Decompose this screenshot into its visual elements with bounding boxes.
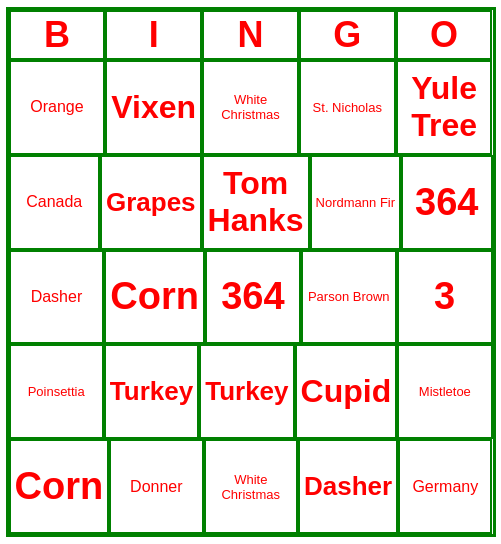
cell-1-1: Grapes — [100, 155, 202, 250]
bingo-grid: OrangeVixenWhite ChristmasSt. NicholasYu… — [9, 60, 493, 534]
cell-2-2: 364 — [205, 250, 301, 345]
header-B: B — [9, 10, 106, 60]
cell-3-4: Mistletoe — [397, 344, 492, 439]
cell-2-1: Corn — [104, 250, 205, 345]
header-N: N — [202, 10, 299, 60]
grid-row-3: PoinsettiaTurkeyTurkeyCupidMistletoe — [9, 344, 493, 439]
bingo-card: BINGO OrangeVixenWhite ChristmasSt. Nich… — [6, 7, 496, 537]
cell-4-1: Donner — [109, 439, 203, 534]
cell-2-0: Dasher — [9, 250, 105, 345]
cell-1-0: Canada — [9, 155, 100, 250]
cell-3-0: Poinsettia — [9, 344, 104, 439]
cell-2-3: Parson Brown — [301, 250, 397, 345]
cell-1-3: Nordmann Fir — [310, 155, 401, 250]
header-row: BINGO — [9, 10, 493, 60]
grid-row-0: OrangeVixenWhite ChristmasSt. NicholasYu… — [9, 60, 493, 155]
cell-2-4: 3 — [397, 250, 493, 345]
cell-0-2: White Christmas — [202, 60, 299, 155]
header-G: G — [299, 10, 396, 60]
cell-1-2: Tom Hanks — [202, 155, 310, 250]
cell-3-2: Turkey — [199, 344, 294, 439]
cell-0-3: St. Nicholas — [299, 60, 396, 155]
header-O: O — [396, 10, 493, 60]
cell-4-2: White Christmas — [204, 439, 298, 534]
cell-4-0: Corn — [9, 439, 110, 534]
cell-1-4: 364 — [401, 155, 492, 250]
header-I: I — [105, 10, 202, 60]
cell-4-4: Germany — [398, 439, 492, 534]
grid-row-1: CanadaGrapesTom HanksNordmann Fir364 — [9, 155, 493, 250]
cell-3-3: Cupid — [295, 344, 398, 439]
cell-4-3: Dasher — [298, 439, 398, 534]
cell-0-0: Orange — [9, 60, 106, 155]
cell-0-1: Vixen — [105, 60, 202, 155]
grid-row-2: DasherCorn364Parson Brown3 — [9, 250, 493, 345]
cell-0-4: Yule Tree — [396, 60, 493, 155]
cell-3-1: Turkey — [104, 344, 199, 439]
grid-row-4: CornDonnerWhite ChristmasDasherGermany — [9, 439, 493, 534]
